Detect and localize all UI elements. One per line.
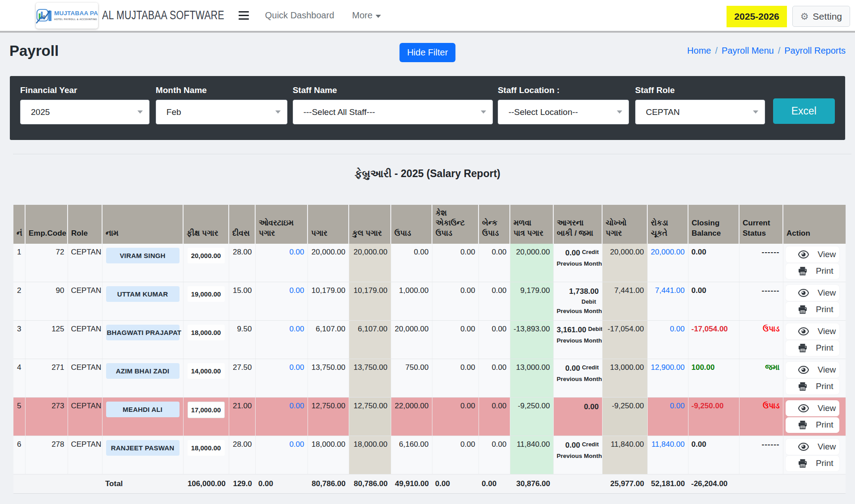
view-button[interactable]: View	[786, 323, 840, 339]
fiscal-year-badge: 2025-2026	[727, 6, 787, 27]
printer-icon	[798, 420, 807, 429]
logo-chart-icon	[36, 7, 52, 25]
total-bank-withdraw: 0.00	[479, 474, 510, 494]
cell-previous-balance: 0.00CreditPrevious Month	[553, 359, 602, 398]
cell-cash-account-withdraw: 0.00	[432, 398, 479, 436]
total-fixed-pay: 106,000.00	[183, 474, 229, 494]
cell-payable-salary: -13,893.00	[510, 321, 553, 359]
select-caret-icon	[481, 110, 486, 114]
salary-row-5: 5273CEPTANMEAHDI ALI17,000.0021.000.0012…	[13, 398, 846, 436]
cell-emp-code: 271	[25, 359, 68, 398]
report-title: ફેબ્રુઆરી - 2025 (Salary Report)	[0, 168, 855, 180]
cell-role: CEPTAN	[68, 282, 102, 321]
page-header: Payroll Hide Filter Home/Payroll Menu/Pa…	[9, 42, 846, 72]
cell-total-pay: 20,000.00	[349, 244, 391, 282]
cell-total-pay: 6,107.00	[349, 321, 391, 359]
view-button[interactable]: View	[786, 400, 840, 416]
cell-days: 15.00	[229, 282, 255, 321]
cell-salary: 12,750.00	[308, 398, 349, 436]
nav-quick-dashboard[interactable]: Quick Dashboard	[265, 10, 334, 21]
financial-year-select[interactable]: 2025	[20, 100, 150, 124]
column-header-3: નામ	[102, 205, 183, 244]
cell-cash-paid: 12,900.00	[647, 359, 688, 398]
cell-fixed-pay: 18,000.00	[183, 321, 229, 359]
cell-closing-balance: 100.00	[688, 359, 739, 398]
total-payable-salary: 30,876.00	[510, 474, 553, 494]
cell-overtime-pay: 0.00	[255, 244, 308, 282]
setting-button[interactable]: ⚙ Setting	[792, 6, 850, 27]
eye-icon	[798, 366, 809, 374]
cell-payable-salary: 20,000.00	[510, 244, 553, 282]
view-button[interactable]: View	[786, 362, 840, 378]
view-button[interactable]: View	[786, 246, 840, 263]
cell-cash-account-withdraw: 0.00	[432, 436, 479, 474]
cell-net-salary: -9,250.00	[602, 398, 647, 436]
column-header-0: નં	[13, 205, 25, 244]
staff-location-select[interactable]: --Select Location--	[498, 100, 629, 124]
brand-logo[interactable]: MUJTABAA PA HOTEL PAYROLL & ACCOUNTING	[36, 3, 98, 29]
cell-cash-account-withdraw: 0.00	[432, 359, 479, 398]
print-button[interactable]: Print	[786, 302, 840, 318]
nav-more-dropdown[interactable]: More	[352, 10, 381, 21]
cell-name: BHAGWATI PRAJAPAT	[102, 321, 183, 359]
cell-current-status: ------	[739, 282, 783, 321]
staff-role-select[interactable]: CEPTAN	[635, 100, 765, 124]
cell-emp-code: 72	[25, 244, 68, 282]
column-header-5: દીવસ	[229, 205, 255, 244]
select-caret-icon	[275, 110, 281, 114]
cell-role: CEPTAN	[68, 244, 102, 282]
table-footer: Total106,000.00129.00.0080,786.0080,786.…	[13, 474, 846, 494]
cell-net-salary: -17,054.00	[602, 321, 647, 359]
printer-icon	[798, 305, 807, 314]
hide-filter-button[interactable]: Hide Filter	[399, 43, 455, 62]
cell-salary: 6,107.00	[308, 321, 349, 359]
breadcrumb-home[interactable]: Home	[687, 46, 711, 55]
gear-icon: ⚙	[800, 12, 809, 21]
total-cash-paid: 52,181.00	[647, 474, 688, 494]
cell-closing-balance: -17,054.00	[688, 321, 739, 359]
cell-cash-paid: 7,441.00	[647, 282, 688, 321]
cell-previous-balance: 3,161.00DebitPrevious Month	[553, 321, 602, 359]
employee-name-badge: VIRAM SINGH	[106, 248, 180, 263]
print-button[interactable]: Print	[786, 456, 840, 472]
staff-name-select[interactable]: ---Select All Staff---	[293, 100, 493, 124]
setting-label: Setting	[813, 11, 842, 22]
total-net-salary: 25,977.00	[602, 474, 647, 494]
breadcrumb-payroll-reports[interactable]: Payroll Reports	[784, 46, 846, 55]
cell-role: CEPTAN	[68, 359, 102, 398]
column-header-14: ચોખ્ખો પગાર	[602, 205, 647, 244]
eye-icon	[798, 289, 809, 297]
column-header-6: ઓવરટાઇમ પગાર	[255, 205, 308, 244]
cell-salary: 18,000.00	[308, 436, 349, 474]
cell-overtime-pay: 0.00	[255, 436, 308, 474]
financial-year-label: Financial Year	[20, 85, 150, 95]
view-button[interactable]: View	[786, 285, 840, 301]
staff-name-label: Staff Name	[293, 85, 493, 95]
hamburger-menu-icon[interactable]	[239, 11, 249, 20]
month-name-select[interactable]: Feb	[156, 100, 287, 124]
excel-export-button[interactable]: Excel	[773, 98, 835, 124]
view-button[interactable]: View	[786, 439, 840, 455]
cell-salary: 20,000.00	[308, 244, 349, 282]
cell-name: UTTAM KUMAR	[102, 282, 183, 321]
cell-salary: 13,750.00	[308, 359, 349, 398]
column-header-18: Action	[783, 205, 846, 244]
print-button[interactable]: Print	[786, 417, 840, 433]
column-header-4: ફીક્ષ પગાર	[183, 205, 229, 244]
print-button[interactable]: Print	[786, 379, 840, 395]
cell-cash-account-withdraw: 0.00	[432, 321, 479, 359]
select-caret-icon	[617, 110, 622, 114]
breadcrumb-payroll-menu[interactable]: Payroll Menu	[722, 46, 774, 55]
print-button[interactable]: Print	[786, 340, 840, 356]
column-header-13: આગરના બાકી / જમા	[553, 205, 602, 244]
column-header-15: રોકડા ચૂકતે	[647, 205, 688, 244]
cell-bank-withdraw: 0.00	[479, 244, 510, 282]
cell-net-salary: 13,000.00	[602, 359, 647, 398]
cell-fixed-pay: 14,000.00	[183, 359, 229, 398]
print-button[interactable]: Print	[786, 263, 840, 280]
column-header-10: કેશ એકાઉન્ટ ઉપાડ	[432, 205, 479, 244]
cell-cash-paid: 11,840.00	[647, 436, 688, 474]
eye-icon	[798, 404, 809, 412]
cell-fixed-pay: 17,000.00	[183, 398, 229, 436]
cell-sn: 6	[13, 436, 25, 474]
